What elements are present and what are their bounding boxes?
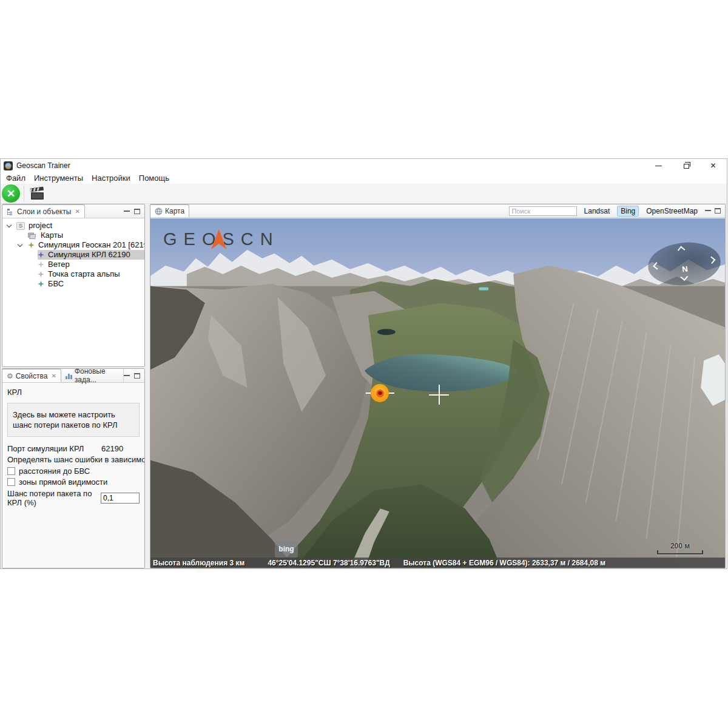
menu-tools[interactable]: Инструменты	[30, 173, 87, 183]
chevron-down-icon[interactable]	[7, 222, 12, 227]
properties-info-box: Здесь вы можете настроить шанс потери па…	[7, 403, 140, 437]
layers-panel: Слои и объекты ✕ S project Карты	[2, 204, 145, 367]
checkbox-row-distance: расстояния до БВС	[7, 465, 140, 476]
menu-help[interactable]: Помощь	[135, 173, 174, 183]
chevron-down-icon[interactable]	[18, 241, 22, 246]
layer-button-openstreetmap[interactable]: OpenStreetMap	[642, 206, 701, 217]
scale-line	[657, 550, 703, 554]
map-3d-view[interactable]: GEOSC N N bing	[150, 218, 725, 568]
tree-item-project[interactable]: S project	[2, 221, 144, 231]
marker-core	[378, 391, 382, 395]
bing-watermark: bing	[275, 541, 298, 558]
distance-checkbox-label: расстояния до БВС	[19, 467, 90, 476]
pan-down-icon[interactable]	[680, 273, 688, 281]
loss-percent-input[interactable]	[101, 493, 140, 504]
tree-item-maps[interactable]: Карты	[2, 231, 144, 240]
selected-row-highlight: Симуляция КРЛ 62190	[38, 250, 145, 260]
crosshair-icon	[429, 394, 449, 396]
app-window: Geoscan Trainer ✕ Файл Инструменты Настр…	[0, 158, 727, 569]
diamond-icon	[38, 252, 44, 258]
tab-close-icon[interactable]: ✕	[51, 372, 56, 379]
port-label: Порт симуляции КРЛ	[7, 444, 84, 453]
tree-item-bvs[interactable]: БВС	[2, 279, 144, 289]
main-toolbar: ✕	[1, 184, 727, 204]
properties-panel: ⚙ Свойства ✕ Фоновые зада... КРЛ Здесь в…	[2, 368, 145, 568]
tree-item-wind[interactable]: Ветер	[2, 260, 144, 269]
tab-background-label: Фоновые зада...	[75, 368, 119, 384]
scale-bar: 200 м	[657, 542, 703, 554]
tab-background-tasks[interactable]: Фоновые зада...	[61, 369, 124, 382]
maps-icon	[28, 232, 37, 240]
properties-panel-buttons	[124, 369, 144, 382]
tab-close-icon[interactable]: ✕	[75, 208, 79, 215]
checkbox-row-los: зоны прямой видимости	[7, 476, 140, 487]
line-of-sight-checkbox[interactable]	[7, 478, 15, 486]
loss-label: Шанс потери пакета по КРЛ (%)	[7, 489, 97, 507]
title-bar: Geoscan Trainer ✕	[1, 159, 727, 172]
gear-icon: ⚙	[7, 372, 13, 380]
panel-minimize-icon[interactable]	[124, 375, 130, 377]
diamond-icon	[38, 281, 44, 288]
port-row: Порт симуляции КРЛ 62190	[7, 443, 140, 454]
geoscan-logo: GEOSC N	[163, 229, 280, 249]
layers-tree-icon	[7, 208, 15, 215]
properties-heading: КРЛ	[7, 388, 140, 397]
restore-button[interactable]	[672, 159, 699, 172]
logo-arrow-icon	[161, 229, 277, 249]
bar-chart-icon	[66, 372, 72, 379]
stop-simulation-button[interactable]: ✕	[2, 184, 20, 203]
tree-item-simulation-krl[interactable]: Симуляция КРЛ 62190	[2, 250, 144, 260]
scale-label: 200 м	[657, 542, 703, 550]
toolbar-separator	[24, 186, 24, 201]
layers-tabrow: Слои и объекты ✕	[2, 204, 144, 218]
close-button[interactable]: ✕	[699, 159, 727, 172]
status-coordinates: 46°25'04.1295"СШ 7°38'16.9763"ВД	[268, 559, 389, 567]
marker-ring	[376, 389, 384, 397]
map-tabrow: Карта Landsat Bing OpenStreetMap	[150, 204, 725, 218]
globe-icon	[155, 207, 163, 215]
restore-icon	[684, 164, 689, 169]
properties-tabrow: ⚙ Свойства ✕ Фоновые зада...	[2, 369, 144, 383]
layers-panel-buttons	[124, 204, 144, 218]
horizon-icon	[5, 163, 12, 169]
los-checkbox-label: зоны прямой видимости	[19, 477, 107, 487]
tab-properties[interactable]: ⚙ Свойства ✕	[2, 369, 61, 382]
tab-map-label: Карта	[165, 207, 184, 215]
app-icon	[4, 161, 13, 170]
layer-button-bing[interactable]: Bing	[617, 206, 639, 217]
layers-tree: S project Карты Симуляция Геоскан 201 [6…	[2, 218, 144, 289]
status-elevation: Высота (WGS84 + EGM96 / WGS84): 2633,37 …	[403, 559, 605, 567]
window-title: Geoscan Trainer	[16, 161, 70, 170]
diamond-icon	[28, 242, 35, 249]
panel-minimize-icon[interactable]	[124, 211, 130, 212]
menu-settings[interactable]: Настройки	[87, 173, 135, 183]
search-input[interactable]	[509, 206, 577, 216]
diamond-icon	[38, 261, 44, 268]
tree-item-start-point[interactable]: Точка старта альпы	[2, 269, 144, 279]
map-top-controls: Landsat Bing OpenStreetMap	[509, 204, 725, 217]
menu-file[interactable]: Файл	[2, 173, 30, 183]
tab-map[interactable]: Карта	[150, 204, 189, 217]
terrain-render	[150, 218, 725, 568]
status-view-height: Высота наблюдения 3 км	[153, 559, 244, 567]
loss-row: Шанс потери пакета по КРЛ (%)	[7, 489, 140, 507]
panel-minimize-icon[interactable]	[705, 210, 711, 212]
clapperboard-icon[interactable]	[29, 186, 46, 201]
tree-item-simulation-geoscan[interactable]: Симуляция Геоскан 201 [62190]	[2, 240, 144, 250]
panel-maximize-icon[interactable]	[134, 373, 140, 379]
diamond-icon	[38, 271, 44, 278]
panel-maximize-icon[interactable]	[715, 208, 721, 214]
minimize-button[interactable]	[645, 159, 672, 172]
uav-position-marker[interactable]	[371, 384, 389, 402]
pan-up-icon[interactable]	[678, 246, 686, 254]
distance-checkbox[interactable]	[7, 467, 15, 475]
layer-button-landsat[interactable]: Landsat	[581, 206, 614, 217]
panel-maximize-icon[interactable]	[134, 209, 140, 214]
properties-content: КРЛ Здесь вы можете настроить шанс потер…	[2, 383, 144, 568]
depends-label: Определять шанс ошибки в зависимости от:	[7, 454, 140, 465]
tab-properties-label: Свойства	[16, 372, 48, 380]
tab-layers-label: Слои и объекты	[17, 207, 71, 216]
window-controls: ✕	[645, 159, 727, 172]
map-panel: Карта Landsat Bing OpenStreetMap	[150, 204, 726, 568]
tab-layers-objects[interactable]: Слои и объекты ✕	[2, 204, 85, 218]
